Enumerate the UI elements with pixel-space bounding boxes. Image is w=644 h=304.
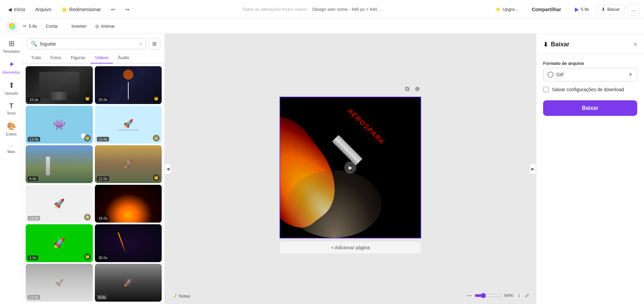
duration-badge-11: 12.0s: [28, 295, 40, 300]
zoom-slider[interactable]: [475, 293, 502, 298]
white-rocket-icon: 🚀: [54, 198, 64, 209]
uploads-icon: ⬆: [8, 81, 15, 90]
redimensionar-button[interactable]: 🌟 Redimensionar: [57, 5, 105, 14]
upgrade-button[interactable]: ⭐ Upgra...: [490, 4, 523, 14]
notes-icon: 📝: [171, 294, 177, 299]
sidebar-item-estilos[interactable]: 🎨 Estilos: [1, 119, 22, 139]
add-canvas-icon[interactable]: ⊕: [413, 84, 421, 94]
video-thumb-12[interactable]: 🚀 9.0s: [95, 264, 162, 302]
animar-label: Animar: [101, 24, 115, 29]
copy-canvas-icon[interactable]: ⧉: [404, 84, 411, 94]
space-trail: [118, 232, 127, 254]
add-page-label: + Adicionar página: [331, 245, 370, 250]
design-title: Design sem nome - 640 px × 640 ...: [313, 7, 382, 12]
video-thumb-5[interactable]: 6.0s: [26, 145, 93, 183]
video-thumb-2[interactable]: 25.0s 👑: [95, 66, 162, 104]
back-button[interactable]: ◀ Início: [4, 5, 29, 14]
undo-icon: ↩: [111, 7, 115, 12]
download-title: ⬇ Baixar: [543, 41, 569, 48]
upgrade-label: Upgra...: [503, 7, 518, 12]
color-picker[interactable]: [5, 21, 19, 32]
topbar-right: ⭐ Upgra... Compartilhar ▶ 5.9s ⬇ Baixar …: [490, 3, 640, 16]
download-top-button[interactable]: ⬇ Baixar: [596, 4, 625, 15]
notes-label: Notas: [179, 294, 190, 299]
video-thumb-10[interactable]: 30.0s: [95, 224, 162, 262]
tab-fotos[interactable]: Fotos: [46, 52, 65, 64]
download-header-icon: ⬇: [543, 41, 548, 48]
video-thumb-3[interactable]: 👾 11.0s 👑: [26, 106, 93, 144]
video-thumb-1[interactable]: 15.0s 👑: [26, 66, 93, 104]
format-value: GIF: [556, 72, 564, 77]
video-thumb-9[interactable]: 🚀 6.0s 👑: [26, 224, 93, 262]
collapse-right-button[interactable]: ▶: [530, 163, 536, 174]
notes-button[interactable]: 📝 Notas: [171, 294, 190, 299]
animar-control[interactable]: ◎ Animar: [95, 24, 115, 29]
astronaut-icon: 👾: [53, 119, 65, 130]
more-button[interactable]: ...: [627, 3, 640, 16]
sidebar-item-templates[interactable]: ⊞ Templates: [1, 36, 22, 56]
crown-badge-7: ⭐: [84, 214, 91, 221]
duration-badge-7: 13.0s: [28, 216, 40, 221]
download-header: ⬇ Baixar ×: [536, 34, 644, 54]
duration-badge-10: 30.0s: [97, 255, 109, 260]
canvas-play-button[interactable]: ▶: [344, 161, 356, 174]
color-wheel: [9, 23, 16, 30]
inverter-button[interactable]: Inverter: [67, 22, 91, 31]
save-config-checkbox[interactable]: [543, 87, 548, 92]
duration-badge-6: 12.0s: [97, 176, 109, 181]
back-icon: ◀: [8, 7, 12, 12]
undo-button[interactable]: ↩: [107, 5, 119, 14]
baixar-button[interactable]: Baixar: [543, 100, 637, 116]
duration-badge-4: 11.0s: [97, 137, 109, 142]
redo-button[interactable]: ↪: [121, 5, 133, 14]
filter-button[interactable]: ⊞: [149, 38, 160, 50]
share-button[interactable]: Compartilhar: [526, 4, 567, 15]
canvas-frame[interactable]: AEROSPARK ▶: [279, 97, 421, 238]
video-thumb-8[interactable]: 16.0s: [95, 185, 162, 223]
gray-rocket-icon: 🚀: [55, 279, 63, 287]
canvas-background: AEROSPARK ▶: [280, 97, 421, 238]
format-label: Formato de arquivo: [543, 61, 637, 66]
collapse-left-button[interactable]: ◀: [165, 163, 171, 174]
inverter-label: Inverter: [72, 24, 86, 29]
download-icon: ⬇: [601, 7, 605, 12]
arquivo-label: Arquivo: [35, 7, 51, 12]
format-select[interactable]: GIF ▼: [543, 68, 637, 81]
sidebar-item-mais[interactable]: ··· Mais: [1, 140, 22, 156]
play-icon: ▶: [575, 6, 579, 12]
video-thumb-11[interactable]: 🚀 12.0s: [26, 264, 93, 302]
video-thumb-7[interactable]: 🚀 13.0s ⭐: [26, 185, 93, 223]
arquivo-button[interactable]: Arquivo: [31, 5, 55, 14]
tabs-row: Tudo Fotos Figuras Vídeos Áudio: [23, 52, 164, 64]
play-button[interactable]: ▶ 5.9s: [570, 4, 594, 15]
cut-control[interactable]: ✂ 5.9s: [23, 24, 37, 29]
search-input-wrap[interactable]: 🔍 ×: [27, 38, 146, 49]
sidebar-item-texto[interactable]: T Texto: [1, 99, 22, 118]
save-config-row: Salvar configurações de download: [543, 87, 637, 92]
duration-badge-8: 16.0s: [97, 216, 109, 221]
crown-badge-3: 👑: [84, 135, 91, 142]
fullscreen-button[interactable]: ⤢: [525, 292, 529, 299]
tab-tudo[interactable]: Tudo: [27, 52, 45, 64]
video-thumb-6[interactable]: 🚀 12.0s 👑: [95, 145, 162, 183]
format-dropdown-icon: ▼: [628, 72, 633, 77]
tab-figuras[interactable]: Figuras: [67, 52, 89, 64]
tab-audio[interactable]: Áudio: [114, 52, 133, 64]
sidebar-item-uploads[interactable]: ⬆ Uploads: [1, 78, 22, 98]
duration-badge-9: 6.0s: [28, 255, 38, 260]
tab-videos[interactable]: Vídeos: [91, 52, 112, 64]
video-thumb-4[interactable]: 🚀 11.0s 👑: [95, 106, 162, 144]
clear-search-icon[interactable]: ×: [139, 41, 142, 47]
sidebar-texto-label: Texto: [7, 111, 16, 115]
cortar-button[interactable]: Cortar: [41, 22, 63, 31]
search-input[interactable]: [40, 41, 137, 47]
video-grid: 15.0s 👑 25.0s 👑 👾 11.0s 👑: [23, 64, 164, 304]
add-page-bar[interactable]: + Adicionar página: [279, 241, 421, 254]
redo-icon: ↪: [125, 7, 129, 12]
sidebar-item-elementos[interactable]: ✦ Elementos: [1, 57, 22, 77]
download-close-button[interactable]: ×: [633, 41, 637, 48]
estilos-icon: 🎨: [7, 122, 16, 131]
format-select-inner: GIF: [547, 72, 564, 78]
tab-figuras-label: Figuras: [71, 55, 85, 60]
green-rocket-icon: 🚀: [53, 237, 65, 249]
